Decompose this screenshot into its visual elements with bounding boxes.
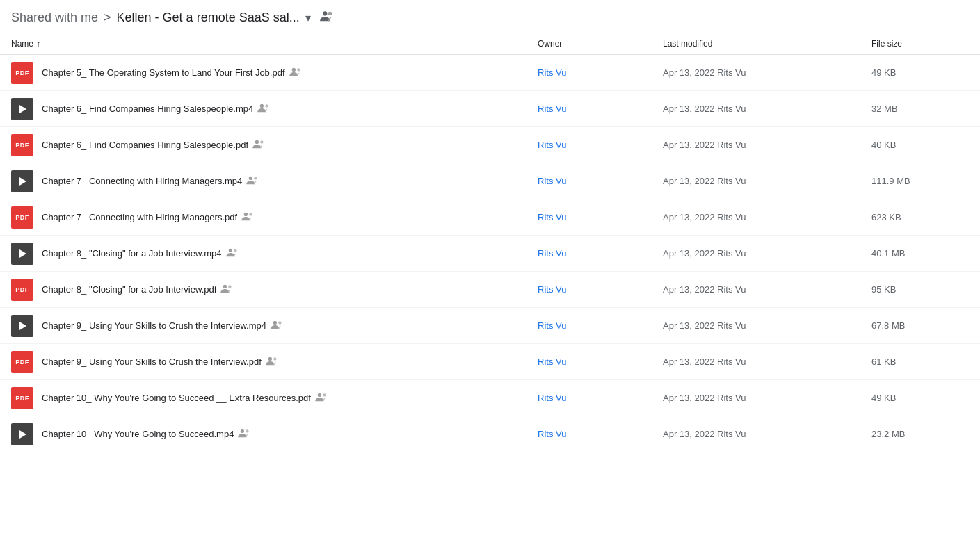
svg-point-5 bbox=[260, 104, 264, 107]
file-name-wrapper: Chapter 7_ Connecting with Hiring Manage… bbox=[42, 175, 259, 188]
owner-cell: Rits Vu bbox=[538, 104, 663, 114]
owner-cell: Rits Vu bbox=[538, 67, 663, 78]
shared-icon bbox=[241, 211, 254, 224]
table-row[interactable]: PDF Chapter 8_ "Closing" for a Job Inter… bbox=[0, 272, 980, 308]
size-cell: 40 KB bbox=[871, 140, 969, 150]
file-name-wrapper: Chapter 9_ Using Your Skills to Crush th… bbox=[42, 356, 278, 368]
owner-cell: Rits Vu bbox=[538, 357, 663, 367]
shared-icon bbox=[246, 175, 259, 188]
breadcrumb-chevron-icon[interactable]: ▾ bbox=[305, 11, 311, 24]
shared-icon bbox=[257, 103, 270, 115]
file-name-cell: Chapter 9_ Using Your Skills to Crush th… bbox=[11, 315, 538, 337]
shared-icon bbox=[315, 392, 328, 404]
owner-cell: Rits Vu bbox=[538, 320, 663, 331]
file-name: Chapter 10_ Why You're Going to Succeed … bbox=[42, 393, 311, 403]
table-row[interactable]: PDF Chapter 7_ Connecting with Hiring Ma… bbox=[0, 199, 980, 236]
svg-point-8 bbox=[260, 140, 263, 143]
table-row[interactable]: PDF Chapter 5_ The Operating System to L… bbox=[0, 55, 980, 91]
svg-point-27 bbox=[241, 429, 244, 432]
svg-point-22 bbox=[268, 357, 272, 360]
svg-point-10 bbox=[249, 176, 252, 179]
svg-point-6 bbox=[265, 104, 268, 107]
shared-icon bbox=[271, 320, 283, 332]
file-name-cell: PDF Chapter 5_ The Operating System to L… bbox=[11, 62, 538, 84]
table-row[interactable]: PDF Chapter 9_ Using Your Skills to Crus… bbox=[0, 344, 980, 380]
svg-point-11 bbox=[255, 177, 257, 179]
pdf-icon: PDF bbox=[11, 206, 33, 229]
video-icon bbox=[11, 243, 33, 265]
breadcrumb-separator: > bbox=[104, 10, 111, 25]
file-name: Chapter 8_ "Closing" for a Job Interview… bbox=[42, 248, 222, 259]
svg-point-20 bbox=[273, 320, 277, 324]
svg-point-15 bbox=[228, 248, 232, 252]
owner-cell: Rits Vu bbox=[538, 140, 663, 150]
name-column-header[interactable]: Name ↑ bbox=[11, 39, 538, 49]
svg-point-3 bbox=[297, 68, 300, 71]
shared-icon bbox=[289, 67, 302, 79]
size-cell: 111.9 MB bbox=[871, 176, 969, 186]
pdf-icon: PDF bbox=[11, 351, 33, 373]
file-name-wrapper: Chapter 6_ Find Companies Hiring Salespe… bbox=[42, 103, 270, 115]
size-cell: 623 KB bbox=[871, 212, 969, 222]
breadcrumb-current-folder: Kellen - Get a remote SaaS sal... bbox=[117, 10, 300, 25]
size-cell: 95 KB bbox=[871, 284, 969, 295]
table-row[interactable]: PDF Chapter 6_ Find Companies Hiring Sal… bbox=[0, 127, 980, 163]
svg-marker-4 bbox=[19, 105, 26, 113]
size-cell: 49 KB bbox=[871, 67, 969, 78]
svg-point-25 bbox=[323, 393, 326, 396]
file-name: Chapter 7_ Connecting with Hiring Manage… bbox=[42, 212, 237, 222]
owner-column-header[interactable]: Owner bbox=[538, 39, 663, 49]
svg-marker-14 bbox=[19, 249, 26, 258]
breadcrumb-shared-link[interactable]: Shared with me bbox=[11, 10, 98, 25]
size-cell: 61 KB bbox=[871, 357, 969, 367]
pdf-icon: PDF bbox=[11, 62, 33, 84]
svg-marker-26 bbox=[19, 430, 26, 439]
pdf-icon: PDF bbox=[11, 387, 33, 409]
modified-column-header[interactable]: Last modified bbox=[663, 39, 871, 49]
size-column-header[interactable]: File size bbox=[871, 39, 969, 49]
modified-cell: Apr 13, 2022 Rits Vu bbox=[663, 320, 871, 331]
table-row[interactable]: PDF Chapter 10_ Why You're Going to Succ… bbox=[0, 380, 980, 416]
file-name: Chapter 6_ Find Companies Hiring Salespe… bbox=[42, 140, 248, 150]
modified-cell: Apr 13, 2022 Rits Vu bbox=[663, 176, 871, 186]
table-row[interactable]: Chapter 6_ Find Companies Hiring Salespe… bbox=[0, 91, 980, 127]
table-row[interactable]: Chapter 9_ Using Your Skills to Crush th… bbox=[0, 308, 980, 344]
video-icon bbox=[11, 98, 33, 120]
file-name-wrapper: Chapter 7_ Connecting with Hiring Manage… bbox=[42, 211, 254, 224]
size-cell: 40.1 MB bbox=[871, 248, 969, 259]
people-icon[interactable] bbox=[319, 10, 335, 26]
file-name-wrapper: Chapter 6_ Find Companies Hiring Salespe… bbox=[42, 139, 265, 151]
owner-cell: Rits Vu bbox=[538, 284, 663, 295]
owner-cell: Rits Vu bbox=[538, 248, 663, 259]
table-row[interactable]: Chapter 8_ "Closing" for a Job Interview… bbox=[0, 236, 980, 272]
svg-point-18 bbox=[229, 285, 232, 288]
owner-cell: Rits Vu bbox=[538, 212, 663, 222]
svg-point-12 bbox=[244, 212, 248, 215]
table-header: Name ↑ Owner Last modified File size bbox=[0, 33, 980, 55]
file-name-wrapper: Chapter 10_ Why You're Going to Succeed.… bbox=[42, 428, 250, 441]
modified-cell: Apr 13, 2022 Rits Vu bbox=[663, 104, 871, 114]
file-name-wrapper: Chapter 9_ Using Your Skills to Crush th… bbox=[42, 320, 283, 332]
modified-cell: Apr 13, 2022 Rits Vu bbox=[663, 393, 871, 403]
file-name: Chapter 5_ The Operating System to Land … bbox=[42, 67, 285, 78]
file-name-cell: PDF Chapter 9_ Using Your Skills to Crus… bbox=[11, 351, 538, 373]
file-name: Chapter 6_ Find Companies Hiring Salespe… bbox=[42, 104, 253, 114]
file-name-cell: Chapter 8_ "Closing" for a Job Interview… bbox=[11, 243, 538, 265]
svg-point-24 bbox=[318, 393, 321, 396]
svg-point-17 bbox=[223, 284, 227, 288]
file-list: PDF Chapter 5_ The Operating System to L… bbox=[0, 55, 980, 452]
pdf-icon: PDF bbox=[11, 279, 33, 301]
shared-icon bbox=[266, 356, 278, 368]
svg-point-13 bbox=[249, 213, 252, 215]
shared-icon bbox=[220, 284, 233, 296]
table-row[interactable]: Chapter 10_ Why You're Going to Succeed.… bbox=[0, 416, 980, 452]
file-name: Chapter 10_ Why You're Going to Succeed.… bbox=[42, 429, 234, 439]
file-name-wrapper: Chapter 8_ "Closing" for a Job Interview… bbox=[42, 247, 239, 260]
file-name: Chapter 9_ Using Your Skills to Crush th… bbox=[42, 320, 266, 331]
size-cell: 23.2 MB bbox=[871, 429, 969, 439]
table-row[interactable]: Chapter 7_ Connecting with Hiring Manage… bbox=[0, 163, 980, 199]
file-name-cell: PDF Chapter 7_ Connecting with Hiring Ma… bbox=[11, 206, 538, 229]
shared-icon bbox=[226, 247, 239, 260]
modified-cell: Apr 13, 2022 Rits Vu bbox=[663, 248, 871, 259]
svg-point-2 bbox=[291, 67, 295, 71]
